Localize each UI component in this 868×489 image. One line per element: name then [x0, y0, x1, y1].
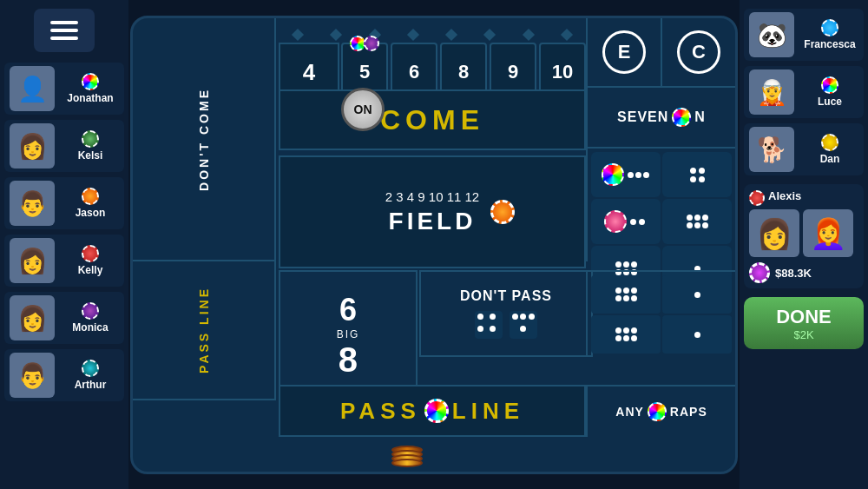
chip-on-5b [364, 36, 379, 51]
right-dice-3[interactable] [591, 315, 661, 354]
chip-dan [821, 134, 838, 151]
big-68-area[interactable]: 6 BIG 8 [279, 270, 418, 400]
right-dice-cells [586, 270, 735, 357]
alexis-avatars: 👩 👩‍🦰 [749, 209, 858, 257]
name-jonathan: Jonathan [62, 92, 119, 104]
name-luce: Luce [801, 96, 858, 108]
pass-line-bottom-area[interactable]: PASS LINE [279, 385, 586, 437]
player-item-arthur[interactable]: 👨 Arthur [4, 349, 124, 401]
done-button[interactable]: DONE $2K [744, 297, 864, 349]
pass-line-bottom-label2: LINE [452, 398, 524, 425]
avatar-dan: 🐕 [749, 127, 794, 172]
avatar-arthur: 👨 [10, 353, 55, 398]
field-numbers: 2 3 4 9 10 11 12 [385, 189, 479, 204]
player-item-monica[interactable]: 👩 Monica [4, 292, 124, 344]
chip-seven [672, 108, 691, 127]
chip-alexis [749, 262, 770, 283]
craps-table: DON'T COME PASS LINE 4 5 [130, 16, 738, 474]
field-label: FIELD [389, 208, 477, 235]
come-label: COME [380, 104, 484, 136]
chip-passline [424, 399, 449, 423]
avatar-francesca: 🐼 [749, 12, 794, 57]
alexis-amount: $88.3K [775, 267, 812, 280]
right-dice-2[interactable] [662, 275, 732, 314]
any-craps-label2: RAPS [670, 405, 707, 419]
on-button[interactable]: ON [341, 88, 385, 131]
chip-arthur [82, 360, 99, 377]
left-sidebar: 👤 Jonathan 👩 Kelsi 👨 Jason 👩 [0, 0, 128, 489]
avatar-jason: 👨 [10, 181, 55, 226]
e-box[interactable]: E [588, 18, 662, 86]
come-area[interactable]: COME [279, 89, 586, 150]
chip-anycraps [648, 402, 667, 421]
chip-kelsi [82, 130, 99, 148]
player-item-kelly[interactable]: 👩 Kelly [4, 235, 124, 287]
chip-dice1 [602, 163, 624, 186]
name-kelsi: Kelsi [62, 149, 119, 162]
big-eight-symbol: 8 [339, 340, 358, 380]
player-item-francesca[interactable]: 🐼 Francesca [744, 9, 864, 61]
alexis-avatar-2: 👩‍🦰 [803, 209, 853, 257]
avatar-kelsi: 👩 [10, 123, 55, 169]
avatar-monica: 👩 [10, 295, 55, 340]
chip-stack [391, 446, 423, 467]
pass-line-bottom-label: PASS [340, 398, 421, 425]
name-jason: Jason [62, 207, 119, 219]
pass-line-label-text: PASS LINE [197, 287, 211, 373]
name-dan: Dan [801, 153, 858, 165]
name-monica: Monica [62, 321, 119, 334]
player-item-luce[interactable]: 🧝 Luce [744, 66, 864, 118]
name-kelly: Kelly [62, 264, 119, 276]
chip-jonathan [82, 73, 99, 90]
chip-alexis-indicator [749, 190, 765, 206]
alexis-avatar-1: 👩 [749, 209, 799, 257]
alexis-panel: Alexis 👩 👩‍🦰 $88.3K [744, 184, 864, 288]
chip-francesca [821, 19, 838, 36]
right-sidebar: 🐼 Francesca 🧝 Luce 🐕 Dan Alexis [740, 0, 868, 489]
dont-come-area[interactable]: DON'T COME [133, 18, 276, 261]
player-item-kelsi[interactable]: 👩 Kelsi [4, 120, 124, 172]
c-box[interactable]: C [662, 18, 735, 86]
chip-kelly [82, 245, 99, 262]
seven-box[interactable]: SEVEN N [588, 88, 735, 149]
chip-monica [82, 302, 99, 320]
alexis-bottom: $88.3K [749, 262, 858, 283]
player-item-dan[interactable]: 🐕 Dan [744, 123, 864, 175]
right-dice-1[interactable] [591, 275, 661, 314]
player-item-jonathan[interactable]: 👤 Jonathan [4, 63, 124, 115]
alexis-name: Alexis [768, 189, 801, 202]
name-francesca: Francesca [801, 38, 858, 50]
big-label: BIG [337, 328, 360, 340]
name-arthur: Arthur [62, 379, 119, 391]
player-item-jason[interactable]: 👨 Jason [4, 177, 124, 229]
chip-luce [821, 76, 838, 94]
done-label: DONE [776, 306, 832, 328]
big-six: 6 [339, 292, 357, 328]
pass-line-label-area[interactable]: PASS LINE [133, 261, 276, 400]
menu-button[interactable] [34, 9, 95, 52]
avatar-kelly: 👩 [10, 238, 55, 283]
dice-cell-4[interactable] [662, 199, 732, 244]
dont-pass-label: DON'T PASS [460, 288, 552, 304]
any-craps-label: ANY [615, 405, 644, 419]
chip-dice3 [604, 210, 627, 233]
dont-pass-area[interactable]: DON'T PASS [419, 270, 593, 357]
avatar-luce: 🧝 [749, 69, 794, 115]
dice-cell-3[interactable] [591, 199, 661, 244]
dice-cell-2[interactable] [662, 152, 732, 197]
avatar-jonathan: 👤 [10, 66, 55, 111]
dont-come-label: DON'T COME [197, 88, 211, 191]
done-sub: $2K [793, 328, 813, 341]
dice-cell-1[interactable] [591, 152, 661, 197]
any-craps-area[interactable]: ANY RAPS [586, 385, 735, 437]
chip-field [490, 200, 515, 224]
right-dice-4[interactable] [662, 315, 732, 354]
stack-chip-1 [391, 459, 423, 467]
right-section: E C SEVEN N [586, 18, 735, 261]
ec-row: E C [588, 18, 735, 88]
chip-jason [82, 188, 99, 205]
field-area[interactable]: 2 3 4 9 10 11 12 FIELD [279, 155, 586, 268]
